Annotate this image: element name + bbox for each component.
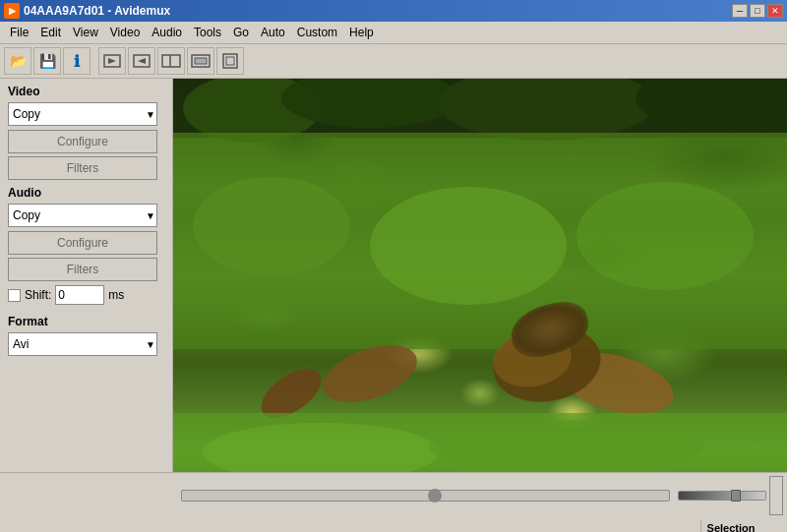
menu-tools[interactable]: Tools xyxy=(188,24,227,41)
open-button[interactable]: 📂 xyxy=(4,47,31,75)
svg-rect-4 xyxy=(162,55,180,67)
format-select[interactable]: Avi xyxy=(8,332,157,356)
shift-label: Shift: xyxy=(25,288,51,302)
format-wrapper: Avi ▼ xyxy=(8,332,157,356)
menu-file[interactable]: File xyxy=(4,24,34,41)
seek-row xyxy=(0,472,787,518)
left-panel: Video Copy ▼ Configure Filters Audio Cop… xyxy=(0,79,173,472)
paste-button[interactable] xyxy=(216,47,244,75)
title-bar: ▶ 04AAA9A7d01 - Avidemux ─ □ ✕ xyxy=(0,0,787,22)
audio-codec-select[interactable]: Copy xyxy=(8,204,157,227)
menu-auto[interactable]: Auto xyxy=(255,24,291,41)
title-buttons: ─ □ ✕ xyxy=(732,4,783,18)
minimize-button[interactable]: ─ xyxy=(732,4,748,18)
audio-codec-wrapper: Copy ▼ xyxy=(8,204,157,227)
format-section-label: Format xyxy=(8,315,164,328)
selection-box: Selection A: B: xyxy=(700,520,783,532)
save-button[interactable]: 💾 xyxy=(33,47,61,75)
svg-point-17 xyxy=(370,187,567,305)
svg-rect-9 xyxy=(226,57,234,65)
copy-button[interactable] xyxy=(187,47,214,75)
audio-filters-button[interactable]: Filters xyxy=(8,258,157,281)
svg-point-16 xyxy=(193,177,350,275)
window-title: 04AAA9A7d01 - Avidemux xyxy=(24,4,170,18)
menu-audio[interactable]: Audio xyxy=(146,24,188,41)
audio-section-label: Audio xyxy=(8,186,164,200)
svg-marker-1 xyxy=(108,58,116,64)
toolbar: 📂 💾 ℹ xyxy=(0,44,787,79)
menu-custom[interactable]: Custom xyxy=(291,24,343,41)
volume-area xyxy=(678,476,783,515)
menubar: File Edit View Video Audio Tools Go Auto… xyxy=(0,22,787,44)
svg-point-18 xyxy=(576,182,754,290)
info-button[interactable]: ℹ xyxy=(63,47,91,75)
close-button[interactable]: ✕ xyxy=(767,4,783,18)
title-bar-left: ▶ 04AAA9A7d01 - Avidemux xyxy=(4,3,170,19)
video-codec-wrapper: Copy ▼ xyxy=(8,102,157,126)
cut-begin-button[interactable] xyxy=(98,47,126,75)
menu-go[interactable]: Go xyxy=(227,24,255,41)
shift-row: Shift: ms xyxy=(8,285,164,305)
shift-input[interactable] xyxy=(55,285,104,305)
video-area xyxy=(173,79,787,472)
video-configure-button[interactable]: Configure xyxy=(8,130,157,153)
seekbar[interactable] xyxy=(181,490,670,502)
menu-edit[interactable]: Edit xyxy=(34,24,67,41)
selection-title: Selection xyxy=(707,522,756,532)
seekbar-thumb[interactable] xyxy=(428,489,442,502)
app-icon: ▶ xyxy=(4,3,20,19)
video-section-label: Video xyxy=(8,85,164,98)
video-frame xyxy=(173,79,787,472)
video-filters-button[interactable]: Filters xyxy=(8,156,157,180)
svg-marker-3 xyxy=(138,58,146,64)
volume-thumb[interactable] xyxy=(731,490,741,502)
video-codec-select[interactable]: Copy xyxy=(8,102,157,126)
volume-scroll[interactable] xyxy=(769,476,783,515)
cut-end-button[interactable] xyxy=(128,47,155,75)
main-content: Video Copy ▼ Configure Filters Audio Cop… xyxy=(0,79,787,472)
audio-configure-button[interactable]: Configure xyxy=(8,231,157,255)
menu-view[interactable]: View xyxy=(67,24,104,41)
menu-video[interactable]: Video xyxy=(104,24,146,41)
menu-help[interactable]: Help xyxy=(343,24,380,41)
cut-button[interactable] xyxy=(157,47,185,75)
playback-section: A B ◀◀ ▶▶ Selection A: B: xyxy=(0,518,787,532)
volume-bar[interactable] xyxy=(678,491,766,501)
shift-checkbox[interactable] xyxy=(8,289,21,302)
svg-rect-7 xyxy=(195,58,207,64)
shift-unit: ms xyxy=(108,288,124,302)
maximize-button[interactable]: □ xyxy=(750,4,765,18)
